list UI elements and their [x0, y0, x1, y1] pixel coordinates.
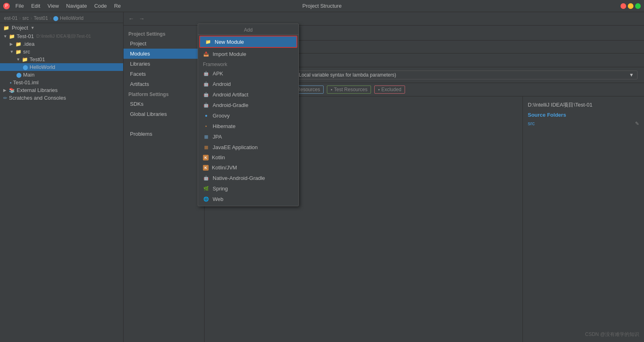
kotlin-jvm-icon: K [203, 165, 209, 171]
tree-node-label: Test01 [30, 56, 45, 62]
framework-web-item[interactable]: 🌐 Web [198, 194, 299, 204]
import-module-icon: 📥 [203, 51, 209, 57]
tree-node-label: HelloWorld [30, 64, 55, 70]
android-artifact-icon: 🤖 [203, 91, 209, 98]
nav-item-label: Project [130, 41, 146, 47]
framework-kotlin-jvm-item[interactable]: K Kotlin/JVM [198, 162, 299, 173]
window-controls [621, 3, 641, 9]
main-container: est-01 › src › Test01 › ⬤ HelloWorld 📁 P… [0, 12, 644, 342]
import-module-item[interactable]: 📥 Import Module [198, 49, 299, 59]
new-module-item[interactable]: 📁 New Module [199, 36, 297, 48]
android-icon: 🤖 [203, 81, 209, 87]
expand-icon: ▼ [16, 57, 21, 62]
breadcrumb: est-01 › src › Test01 › ⬤ HelloWorld [0, 14, 123, 23]
source-path-display: D:\IntelliJ IDEA项目\Test-01 [528, 100, 639, 110]
spring-icon: 🌿 [203, 185, 209, 192]
web-icon: 🌐 [203, 196, 209, 202]
nav-item-sdks[interactable]: SDKs [124, 99, 204, 109]
framework-groovy-label: Groovy [213, 113, 230, 119]
menu-file[interactable]: File [12, 2, 27, 10]
menu-code[interactable]: Code [91, 2, 110, 10]
nav-item-label: Global Libraries [130, 111, 167, 117]
add-dropdown-menu: Add 📁 New Module 📥 Import Module Framewo… [198, 24, 299, 206]
project-settings-header: Project Settings [124, 29, 204, 38]
framework-apk-item[interactable]: 🤖 APK [198, 68, 299, 79]
nav-item-problems[interactable]: Problems [124, 129, 204, 139]
folder-icon: 📁 [9, 34, 15, 39]
tree-node-helloworld[interactable]: ⬤ HelloWorld [0, 63, 123, 71]
nav-item-artifacts[interactable]: Artifacts [124, 79, 204, 89]
framework-jpa-item[interactable]: ▦ JPA [198, 131, 299, 142]
menu-edit[interactable]: Edit [28, 2, 43, 10]
src-source-path[interactable]: src [528, 120, 535, 126]
framework-spring-item[interactable]: 🌿 Spring [198, 183, 299, 194]
tree-node-iml[interactable]: ▪ Test-01.iml [0, 79, 123, 86]
tree-node-label: .idea [23, 41, 34, 47]
nav-item-global-libs[interactable]: Global Libraries [124, 109, 204, 119]
project-folder-icon: 📁 [3, 25, 9, 31]
menu-view[interactable]: View [44, 2, 62, 10]
breadcrumb-part1: est-01 [4, 15, 17, 21]
source-folders-label: Source Folders [528, 110, 639, 120]
framework-javaee-item[interactable]: ▦ JavaEE Application [198, 142, 299, 152]
menu-navigate[interactable]: Navigate [63, 2, 90, 10]
breadcrumb-part5: HelloWorld [60, 15, 83, 21]
back-button[interactable]: ← [127, 15, 136, 23]
breadcrumb-part4: ⬤ [53, 15, 58, 21]
nav-item-libraries[interactable]: Libraries [124, 59, 204, 69]
javaee-icon: ▦ [203, 144, 209, 150]
tree-node-scratches[interactable]: ✏ Scratches and Consoles [0, 94, 123, 102]
nav-item-facets[interactable]: Facets [124, 69, 204, 79]
java-file-icon: ⬤ [23, 64, 28, 70]
tree-node-path: D:\IntelliJ IDEA项目\Test-01 [36, 33, 91, 39]
scratches-icon: ✏ [3, 95, 7, 101]
hibernate-icon: ▪ [203, 123, 209, 129]
folder-icon: 📁 [15, 41, 21, 47]
framework-native-android-item[interactable]: 🤖 Native-Android-Gradle [198, 173, 299, 183]
project-dropdown-arrow[interactable]: ▼ [30, 26, 34, 30]
new-module-label: New Module [215, 39, 244, 45]
excluded-icon: ▪ [378, 87, 380, 92]
framework-hibernate-item[interactable]: ▪ Hibernate [198, 121, 299, 131]
minimize-button[interactable] [628, 3, 633, 9]
apk-icon: 🤖 [203, 70, 209, 77]
nav-item-modules[interactable]: Modules [124, 49, 204, 59]
test-resources-icon: ▪ [331, 87, 332, 92]
nav-item-project[interactable]: Project [124, 38, 204, 49]
tree-node-idea[interactable]: ▶ 📁 .idea [0, 40, 123, 48]
new-module-icon: 📁 [205, 38, 211, 45]
framework-kotlin-label: Kotlin [212, 154, 225, 160]
tree-node-src[interactable]: ▼ 📁 src [0, 48, 123, 56]
forward-button[interactable]: → [137, 15, 146, 23]
native-android-icon: 🤖 [203, 175, 209, 181]
tree-node-test01-folder[interactable]: ▼ 📁 Test01 [0, 56, 123, 63]
tree-node-main[interactable]: ⬤ Main [0, 71, 123, 79]
expand-icon: ▼ [3, 34, 8, 38]
tree-node-label: src [23, 49, 30, 55]
maximize-button[interactable] [635, 3, 641, 9]
mark-excluded-button[interactable]: ▪ Excluded [374, 86, 405, 94]
framework-kotlin-item[interactable]: K Kotlin [198, 152, 299, 162]
folder-icon: 📁 [22, 57, 28, 62]
framework-android-artifact-item[interactable]: 🤖 Android Artifact [198, 89, 299, 100]
mark-test-resources-button[interactable]: ▪ Test Resources [327, 86, 371, 94]
framework-android-gradle-item[interactable]: 🤖 Android-Gradle [198, 100, 299, 110]
project-label[interactable]: Project [12, 25, 28, 31]
tree-node-label: Test-01.iml [13, 79, 38, 86]
framework-section-label: Framework [198, 59, 299, 68]
tree-node-test01[interactable]: ▼ 📁 Test-01 D:\IntelliJ IDEA项目\Test-01 [0, 32, 123, 40]
close-button[interactable] [621, 3, 626, 9]
expand-icon: ▶ [3, 88, 8, 92]
nav-item-label: Libraries [130, 61, 150, 67]
framework-groovy-item[interactable]: ● Groovy [198, 110, 299, 121]
menu-re[interactable]: Re [111, 2, 124, 10]
framework-android-label: Android [213, 81, 231, 87]
window-title: Project Structure [303, 3, 342, 9]
import-module-label: Import Module [213, 51, 246, 57]
tree-node-external-libs[interactable]: ▶ 📚 External Libraries [0, 86, 123, 94]
language-level-dropdown[interactable]: Project default (11 - Local variable syn… [252, 71, 638, 79]
source-folder-row: src ✎ [528, 120, 639, 127]
app-icon: P [3, 3, 10, 9]
edit-source-folder-button[interactable]: ✎ [635, 121, 639, 126]
framework-android-item[interactable]: 🤖 Android [198, 79, 299, 89]
